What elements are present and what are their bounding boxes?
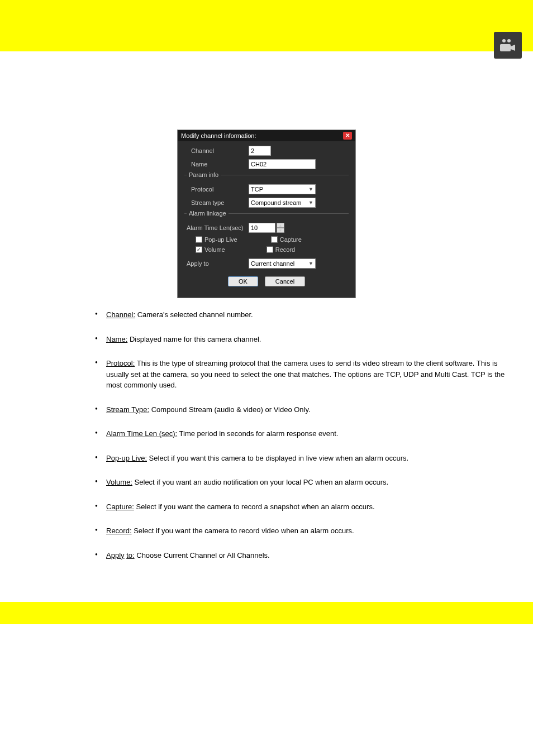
camera-svg-icon (498, 37, 517, 53)
apply-to-select[interactable]: Current channel ▼ (249, 259, 316, 269)
volume-checkbox[interactable]: ✓ (196, 246, 202, 253)
list-item: Capture: Select if you want the camera t… (95, 501, 505, 513)
header-bar (0, 28, 533, 51)
name-row: Name (184, 159, 349, 169)
desc-volume: Select if you want an audio notification… (132, 478, 388, 486)
alarm-time-spinner[interactable]: ▲ ▼ (249, 223, 284, 233)
modify-channel-dialog: Modify channel information: ✕ Channel Na… (177, 130, 356, 298)
capture-checkbox-item[interactable]: Capture (271, 236, 302, 243)
list-item: Name: Displayed name for this camera cha… (95, 334, 505, 345)
protocol-select[interactable]: TCP ▼ (249, 184, 316, 194)
term-capture: Capture: (106, 503, 134, 511)
record-checkbox-item[interactable]: Record (266, 246, 295, 253)
apply-to-value: Current channel (251, 260, 294, 267)
desc-stream-type: Compound Stream (audio & video) or Video… (149, 405, 311, 414)
list-item: Record: Select if you want the camera to… (95, 525, 505, 537)
popup-live-checkbox-item[interactable]: Pop-up Live (196, 236, 237, 243)
dialog-title-text: Modify channel information: (181, 132, 256, 139)
channel-label: Channel (184, 147, 249, 154)
param-info-label: Param info (187, 171, 221, 178)
stream-type-label: Stream type (184, 199, 249, 206)
name-input[interactable] (249, 159, 316, 169)
list-item: Volume: Select if you want an audio noti… (95, 477, 505, 488)
capture-checkbox[interactable] (271, 236, 278, 243)
term-record: Record: (106, 527, 132, 535)
alarm-linkage-fieldset: Alarm linkage Alarm Time Len(sec) ▲ ▼ (184, 213, 349, 253)
chevron-down-icon: ▼ (308, 186, 313, 192)
chevron-down-icon: ▼ (308, 200, 313, 205)
stream-type-row: Stream type Compound stream ▼ (184, 198, 349, 208)
dialog-body: Channel Name Param info Protocol TCP ▼ (178, 141, 355, 298)
term-volume: Volume: (106, 478, 132, 486)
channel-input[interactable] (249, 146, 271, 156)
svg-rect-2 (500, 44, 511, 51)
alarm-time-input[interactable] (249, 223, 275, 233)
popup-live-checkbox[interactable] (196, 236, 202, 243)
ok-button[interactable]: OK (228, 276, 258, 286)
term-apply-to: to: (126, 551, 134, 559)
protocol-label: Protocol (184, 186, 249, 193)
term-name: Name: (106, 335, 127, 343)
page-content: Modify channel information: ✕ Channel Na… (0, 51, 533, 591)
spinner-buttons: ▲ ▼ (277, 223, 284, 233)
popup-live-label: Pop-up Live (204, 236, 237, 243)
term-protocol: Protocol: (106, 359, 135, 367)
term-popup-live: Pop-up Live: (106, 454, 147, 462)
desc-name: Displayed name for this camera channel. (127, 335, 261, 343)
record-label: Record (275, 246, 295, 253)
channel-row: Channel (184, 146, 349, 156)
apply-to-label: Apply to (184, 260, 249, 267)
cancel-button[interactable]: Cancel (265, 276, 305, 286)
volume-checkbox-item[interactable]: ✓ Volume (196, 246, 225, 253)
list-item: Protocol: This is the type of streaming … (95, 358, 505, 391)
desc-record: Select if you want the camera to record … (132, 527, 354, 535)
desc-apply-to: Choose Current Channel or All Channels. (135, 551, 270, 559)
dialog-container: Modify channel information: ✕ Channel Na… (28, 130, 505, 298)
alarm-time-label: Alarm Time Len(sec) (184, 224, 249, 231)
description-list: Channel: Camera's selected channel numbe… (28, 309, 505, 561)
term-apply: Apply (106, 551, 125, 559)
bottom-yellow-bar (0, 602, 533, 624)
alarm-time-row: Alarm Time Len(sec) ▲ ▼ (184, 223, 349, 233)
term-alarm-time: Alarm Time Len (sec): (106, 429, 177, 438)
list-item: Channel: Camera's selected channel numbe… (95, 309, 505, 320)
camera-icon (494, 32, 522, 59)
svg-point-0 (502, 39, 506, 42)
list-item: Apply to: Choose Current Channel or All … (95, 550, 505, 561)
desc-channel: Camera's selected channel number. (135, 310, 253, 319)
list-item: Alarm Time Len (sec): Time period in sec… (95, 428, 505, 439)
list-item: Stream Type: Compound Stream (audio & vi… (95, 404, 505, 415)
close-icon[interactable]: ✕ (343, 132, 352, 140)
desc-capture: Select if you want the camera to record … (134, 503, 375, 511)
stream-type-value: Compound stream (251, 199, 302, 206)
protocol-row: Protocol TCP ▼ (184, 184, 349, 194)
desc-alarm-time: Time period in seconds for alarm respons… (177, 429, 338, 438)
spinner-down-icon[interactable]: ▼ (277, 228, 284, 233)
alarm-linkage-label: Alarm linkage (187, 210, 229, 217)
desc-popup-live: Select if you want this camera to be dis… (147, 454, 408, 462)
spinner-up-icon[interactable]: ▲ (277, 223, 284, 228)
param-info-fieldset: Param info Protocol TCP ▼ Stream type Co… (184, 175, 349, 208)
svg-point-1 (507, 39, 511, 42)
desc-protocol: This is the type of streaming protocol t… (106, 359, 505, 389)
record-checkbox[interactable] (266, 246, 273, 253)
top-yellow-bar (0, 0, 533, 28)
list-item: Pop-up Live: Select if you want this cam… (95, 453, 505, 464)
checkbox-row-1: Pop-up Live Capture (184, 236, 349, 243)
stream-type-select[interactable]: Compound stream ▼ (249, 198, 316, 208)
chevron-down-icon: ▼ (308, 261, 313, 266)
checkbox-row-2: ✓ Volume Record (184, 246, 349, 253)
name-label: Name (184, 161, 249, 168)
apply-to-row: Apply to Current channel ▼ (184, 259, 349, 269)
volume-label: Volume (204, 246, 225, 253)
term-stream-type: Stream Type: (106, 405, 149, 414)
dialog-title-bar: Modify channel information: ✕ (178, 130, 355, 141)
dialog-button-row: OK Cancel (184, 272, 349, 293)
protocol-value: TCP (251, 186, 263, 193)
term-channel: Channel: (106, 310, 135, 319)
capture-label: Capture (280, 236, 302, 243)
